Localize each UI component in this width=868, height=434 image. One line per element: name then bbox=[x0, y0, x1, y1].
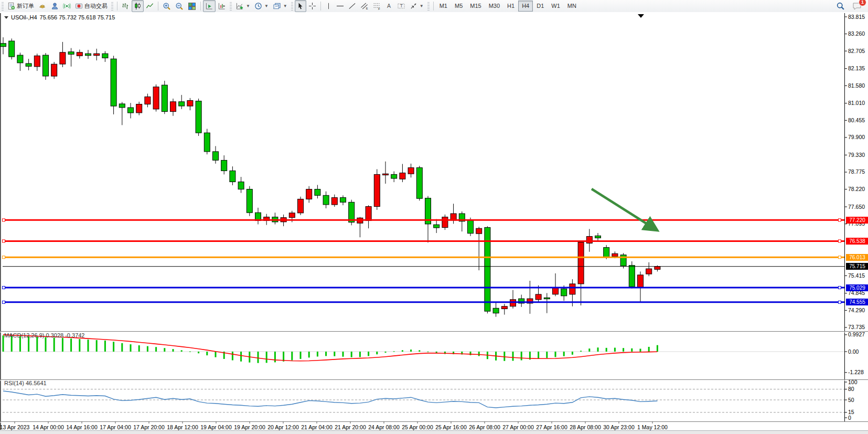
timeframe-button-m30[interactable]: M30 bbox=[485, 1, 503, 12]
candlestick bbox=[629, 261, 635, 289]
chart-shift-button[interactable] bbox=[216, 0, 228, 12]
candlestick bbox=[68, 48, 74, 67]
line-handle[interactable] bbox=[3, 240, 5, 242]
new-order-button[interactable]: 新订单 bbox=[5, 0, 36, 12]
text-tool-button[interactable]: A bbox=[383, 0, 395, 12]
candlestick bbox=[434, 219, 440, 233]
search-button[interactable] bbox=[834, 0, 847, 12]
macd-axis-tick: -1.228 bbox=[848, 369, 864, 375]
notification-badge: 1 bbox=[859, 0, 866, 6]
candlestick-mode-button[interactable] bbox=[132, 0, 144, 12]
profile-button[interactable] bbox=[49, 0, 61, 12]
arrows-objects-button[interactable]: ▼ bbox=[408, 0, 426, 12]
price-axis-tick: 83.815 bbox=[848, 14, 865, 20]
timeframe-button-h4[interactable]: H4 bbox=[518, 1, 533, 12]
line-price-tag: 75.029 bbox=[846, 284, 868, 291]
vertical-line-tool-button[interactable] bbox=[323, 0, 334, 12]
date-label: 21 Apr 20:00 bbox=[335, 424, 366, 430]
chevron-down-icon: ▼ bbox=[420, 4, 424, 8]
chart-area[interactable]: USOil-,H4 75.656 75.732 75.618 75.715 MA… bbox=[0, 12, 868, 434]
line-handle[interactable] bbox=[839, 301, 841, 303]
trendline-tool-button[interactable] bbox=[346, 0, 358, 12]
timeframe-button-mn[interactable]: MN bbox=[564, 1, 580, 12]
candlestick bbox=[638, 271, 644, 302]
notifications-button[interactable]: 1 bbox=[850, 0, 864, 12]
zoom-out-icon bbox=[175, 2, 184, 10]
horizontal-line-object[interactable] bbox=[3, 219, 845, 221]
price-axis-tick: 81.580 bbox=[848, 82, 865, 89]
timeframe-button-m1[interactable]: M1 bbox=[436, 1, 451, 12]
fibonacci-tool-button[interactable]: F bbox=[371, 0, 383, 12]
bar-chart-mode-button[interactable] bbox=[120, 0, 132, 12]
toolbar-grip[interactable] bbox=[291, 2, 293, 10]
candlestick bbox=[315, 185, 320, 198]
auto-trading-button[interactable]: 自动交易 bbox=[73, 0, 110, 12]
toolbar-grip[interactable] bbox=[2, 2, 4, 10]
horizontal-line-tool-button[interactable] bbox=[334, 0, 346, 12]
date-label: 28 Apr 08:00 bbox=[570, 424, 601, 430]
timeframe-button-d1[interactable]: D1 bbox=[533, 1, 548, 12]
timeframe-button-m15[interactable]: M15 bbox=[466, 1, 485, 12]
text-a-icon: A bbox=[385, 2, 393, 10]
toolbar-separator bbox=[200, 2, 201, 10]
toolbar-grip[interactable] bbox=[111, 2, 113, 10]
horizontal-line-object[interactable] bbox=[3, 287, 845, 289]
candlestick bbox=[94, 49, 100, 60]
text-label-icon: T bbox=[397, 2, 405, 10]
line-price-tag: 76.538 bbox=[846, 238, 868, 245]
toolbar-right-group: 1 bbox=[834, 0, 864, 12]
line-handle[interactable] bbox=[3, 301, 5, 303]
candlestick bbox=[213, 146, 219, 163]
candlestick bbox=[102, 51, 108, 62]
horizontal-line-object[interactable] bbox=[3, 240, 845, 242]
text-label-tool-button[interactable]: T bbox=[395, 0, 408, 12]
candlestick bbox=[85, 50, 91, 59]
chart-menu-icon[interactable] bbox=[4, 16, 8, 19]
signal-button[interactable] bbox=[61, 0, 73, 12]
horizontal-line-object[interactable] bbox=[3, 301, 845, 303]
price-axis-tick: 79.330 bbox=[848, 152, 865, 158]
crosshair-tool-button[interactable] bbox=[306, 0, 318, 12]
candlestick bbox=[247, 186, 252, 216]
auto-scroll-icon bbox=[205, 2, 213, 10]
add-indicator-button[interactable]: ▼ bbox=[233, 0, 252, 12]
candlestick bbox=[349, 200, 355, 226]
templates-button[interactable]: ▼ bbox=[271, 0, 290, 12]
main-toolbar: 新订单 自动交易 bbox=[0, 0, 868, 13]
line-handle[interactable] bbox=[839, 240, 841, 242]
market-watch-button[interactable] bbox=[36, 0, 49, 12]
candlestick bbox=[544, 293, 550, 313]
line-chart-icon bbox=[146, 2, 154, 10]
date-label: 27 Apr 00:00 bbox=[502, 424, 534, 430]
line-handle[interactable] bbox=[3, 287, 5, 289]
price-axis-tick: 82.705 bbox=[848, 48, 865, 54]
line-handle[interactable] bbox=[839, 219, 841, 221]
timeframe-button-m5[interactable]: M5 bbox=[451, 1, 466, 12]
date-label: 26 Apr 08:00 bbox=[469, 424, 500, 430]
toolbar-grip[interactable] bbox=[427, 2, 430, 10]
date-label: 14 Apr 00:00 bbox=[33, 424, 64, 430]
line-price-tag: 74.555 bbox=[846, 299, 868, 305]
zoom-in-button[interactable] bbox=[160, 0, 173, 12]
tile-windows-button[interactable] bbox=[186, 0, 198, 12]
candlestick bbox=[187, 98, 193, 110]
line-chart-mode-button[interactable] bbox=[144, 0, 156, 12]
line-handle[interactable] bbox=[839, 256, 841, 259]
candlestick bbox=[306, 186, 312, 203]
equidistant-channel-tool-button[interactable]: E bbox=[358, 0, 371, 12]
trend-arrow-annotation[interactable] bbox=[592, 189, 656, 229]
periodicity-button[interactable]: ▼ bbox=[252, 0, 271, 12]
channel-icon: E bbox=[360, 2, 369, 10]
line-handle[interactable] bbox=[839, 287, 841, 289]
candlestick bbox=[595, 233, 601, 241]
line-handle[interactable] bbox=[3, 256, 5, 259]
cursor-tool-button[interactable] bbox=[295, 0, 306, 12]
mt4-window: 新订单 自动交易 bbox=[0, 0, 868, 434]
timeframe-button-h1[interactable]: H1 bbox=[503, 1, 518, 12]
horizontal-line-object[interactable] bbox=[3, 256, 845, 259]
auto-scroll-button[interactable] bbox=[203, 0, 216, 12]
line-handle[interactable] bbox=[3, 219, 5, 221]
zoom-out-button[interactable] bbox=[173, 0, 186, 12]
timeframe-button-w1[interactable]: W1 bbox=[548, 1, 564, 12]
toolbar-grip[interactable] bbox=[230, 2, 232, 10]
